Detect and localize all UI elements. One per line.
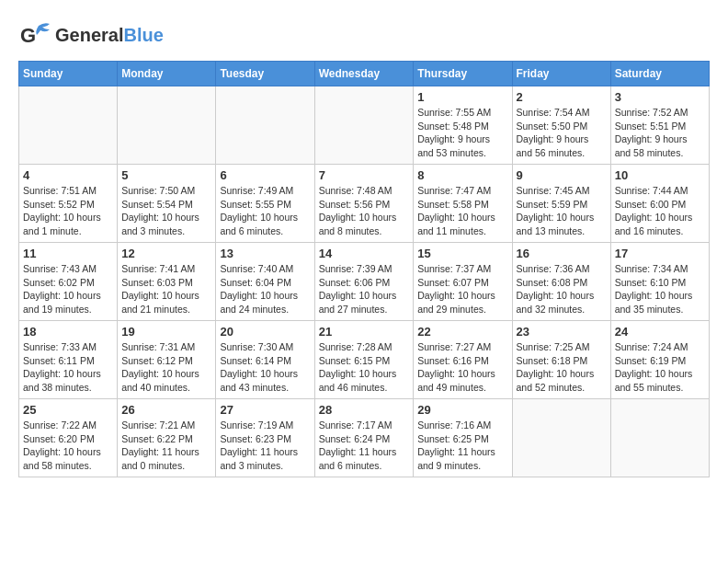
day-number: 8: [417, 168, 507, 182]
weekday-header-monday: Monday: [118, 62, 216, 86]
calendar-week-1: 1Sunrise: 7:55 AM Sunset: 5:48 PM Daylig…: [19, 86, 710, 165]
day-number: 3: [615, 90, 705, 104]
day-number: 25: [23, 403, 113, 417]
svg-text:G: G: [20, 24, 36, 47]
calendar-cell: 7Sunrise: 7:48 AM Sunset: 5:56 PM Daylig…: [314, 165, 414, 243]
calendar-cell: 4Sunrise: 7:51 AM Sunset: 5:52 PM Daylig…: [19, 165, 118, 243]
calendar-cell: 25Sunrise: 7:22 AM Sunset: 6:20 PM Dayli…: [19, 399, 118, 477]
calendar-week-3: 11Sunrise: 7:43 AM Sunset: 6:02 PM Dayli…: [19, 243, 710, 321]
day-number: 11: [23, 247, 113, 260]
calendar-cell: 17Sunrise: 7:34 AM Sunset: 6:10 PM Dayli…: [610, 243, 709, 321]
day-number: 10: [615, 168, 705, 182]
day-info: Sunrise: 7:16 AM Sunset: 6:25 PM Dayligh…: [417, 419, 507, 473]
day-info: Sunrise: 7:21 AM Sunset: 6:22 PM Dayligh…: [121, 419, 211, 473]
weekday-header-saturday: Saturday: [610, 62, 709, 86]
day-info: Sunrise: 7:25 AM Sunset: 6:18 PM Dayligh…: [517, 340, 607, 395]
day-number: 22: [417, 325, 507, 339]
calendar-week-4: 18Sunrise: 7:33 AM Sunset: 6:11 PM Dayli…: [19, 321, 710, 399]
day-info: Sunrise: 7:51 AM Sunset: 5:52 PM Dayligh…: [23, 184, 113, 238]
calendar-cell: 23Sunrise: 7:25 AM Sunset: 6:18 PM Dayli…: [512, 321, 610, 399]
calendar-cell: [610, 399, 709, 477]
day-info: Sunrise: 7:47 AM Sunset: 5:58 PM Dayligh…: [417, 184, 507, 238]
calendar-cell: 18Sunrise: 7:33 AM Sunset: 6:11 PM Dayli…: [19, 321, 118, 399]
calendar-week-5: 25Sunrise: 7:22 AM Sunset: 6:20 PM Dayli…: [19, 399, 710, 477]
calendar-cell: 16Sunrise: 7:36 AM Sunset: 6:08 PM Dayli…: [512, 243, 610, 321]
day-number: 16: [517, 247, 607, 260]
day-number: 5: [121, 168, 211, 182]
calendar-cell: 12Sunrise: 7:41 AM Sunset: 6:03 PM Dayli…: [118, 243, 216, 321]
calendar-cell: 13Sunrise: 7:40 AM Sunset: 6:04 PM Dayli…: [216, 243, 314, 321]
calendar-cell: [314, 86, 414, 165]
day-number: 19: [121, 325, 211, 339]
calendar-cell: [216, 86, 314, 165]
day-info: Sunrise: 7:28 AM Sunset: 6:15 PM Dayligh…: [319, 340, 410, 395]
day-info: Sunrise: 7:37 AM Sunset: 6:07 PM Dayligh…: [417, 262, 507, 316]
calendar-cell: 22Sunrise: 7:27 AM Sunset: 6:16 PM Dayli…: [414, 321, 512, 399]
weekday-header-sunday: Sunday: [19, 62, 118, 86]
day-number: 23: [517, 325, 607, 339]
calendar-cell: 3Sunrise: 7:52 AM Sunset: 5:51 PM Daylig…: [610, 86, 709, 165]
day-info: Sunrise: 7:44 AM Sunset: 6:00 PM Dayligh…: [615, 184, 705, 238]
day-info: Sunrise: 7:45 AM Sunset: 5:59 PM Dayligh…: [517, 184, 607, 238]
weekday-header-thursday: Thursday: [414, 62, 512, 86]
calendar-cell: [512, 399, 610, 477]
day-number: 1: [417, 90, 507, 104]
day-info: Sunrise: 7:40 AM Sunset: 6:04 PM Dayligh…: [220, 262, 310, 316]
day-info: Sunrise: 7:33 AM Sunset: 6:11 PM Dayligh…: [23, 340, 113, 395]
day-info: Sunrise: 7:39 AM Sunset: 6:06 PM Dayligh…: [319, 262, 410, 316]
weekday-header-tuesday: Tuesday: [216, 62, 314, 86]
calendar-cell: 14Sunrise: 7:39 AM Sunset: 6:06 PM Dayli…: [314, 243, 414, 321]
day-number: 26: [121, 403, 211, 417]
day-info: Sunrise: 7:55 AM Sunset: 5:48 PM Dayligh…: [417, 106, 507, 160]
weekday-header-wednesday: Wednesday: [314, 62, 414, 86]
logo: G GeneralBlue: [18, 18, 164, 52]
calendar-cell: 6Sunrise: 7:49 AM Sunset: 5:55 PM Daylig…: [216, 165, 314, 243]
calendar-cell: 1Sunrise: 7:55 AM Sunset: 5:48 PM Daylig…: [414, 86, 512, 165]
day-info: Sunrise: 7:31 AM Sunset: 6:12 PM Dayligh…: [121, 340, 211, 395]
day-number: 6: [220, 168, 310, 182]
calendar-cell: 9Sunrise: 7:45 AM Sunset: 5:59 PM Daylig…: [512, 165, 610, 243]
day-number: 13: [220, 247, 310, 260]
day-number: 12: [121, 247, 211, 260]
logo-general: General: [55, 25, 123, 45]
calendar-table: SundayMondayTuesdayWednesdayThursdayFrid…: [18, 61, 710, 477]
calendar-cell: 2Sunrise: 7:54 AM Sunset: 5:50 PM Daylig…: [512, 86, 610, 165]
day-info: Sunrise: 7:34 AM Sunset: 6:10 PM Dayligh…: [615, 262, 705, 316]
day-info: Sunrise: 7:54 AM Sunset: 5:50 PM Dayligh…: [517, 106, 607, 160]
day-number: 2: [517, 90, 607, 104]
day-info: Sunrise: 7:22 AM Sunset: 6:20 PM Dayligh…: [23, 419, 113, 473]
calendar-cell: 19Sunrise: 7:31 AM Sunset: 6:12 PM Dayli…: [118, 321, 216, 399]
calendar-cell: 27Sunrise: 7:19 AM Sunset: 6:23 PM Dayli…: [216, 399, 314, 477]
day-info: Sunrise: 7:41 AM Sunset: 6:03 PM Dayligh…: [121, 262, 211, 316]
day-number: 14: [319, 247, 410, 260]
day-info: Sunrise: 7:48 AM Sunset: 5:56 PM Dayligh…: [319, 184, 410, 238]
logo-blue: Blue: [123, 25, 163, 45]
day-number: 18: [23, 325, 113, 339]
day-info: Sunrise: 7:30 AM Sunset: 6:14 PM Dayligh…: [220, 340, 310, 395]
calendar-cell: 11Sunrise: 7:43 AM Sunset: 6:02 PM Dayli…: [19, 243, 118, 321]
day-info: Sunrise: 7:49 AM Sunset: 5:55 PM Dayligh…: [220, 184, 310, 238]
calendar-cell: 29Sunrise: 7:16 AM Sunset: 6:25 PM Dayli…: [414, 399, 512, 477]
calendar-cell: [118, 86, 216, 165]
calendar-cell: 15Sunrise: 7:37 AM Sunset: 6:07 PM Dayli…: [414, 243, 512, 321]
day-number: 15: [417, 247, 507, 260]
calendar-cell: 28Sunrise: 7:17 AM Sunset: 6:24 PM Dayli…: [314, 399, 414, 477]
weekday-header-friday: Friday: [512, 62, 610, 86]
logo-icon: G: [18, 18, 51, 52]
day-info: Sunrise: 7:43 AM Sunset: 6:02 PM Dayligh…: [23, 262, 113, 316]
day-info: Sunrise: 7:19 AM Sunset: 6:23 PM Dayligh…: [220, 419, 310, 473]
day-info: Sunrise: 7:17 AM Sunset: 6:24 PM Dayligh…: [319, 419, 410, 473]
day-info: Sunrise: 7:24 AM Sunset: 6:19 PM Dayligh…: [615, 340, 705, 395]
day-number: 20: [220, 325, 310, 339]
calendar-cell: [19, 86, 118, 165]
calendar-cell: 10Sunrise: 7:44 AM Sunset: 6:00 PM Dayli…: [610, 165, 709, 243]
calendar-cell: 20Sunrise: 7:30 AM Sunset: 6:14 PM Dayli…: [216, 321, 314, 399]
day-info: Sunrise: 7:36 AM Sunset: 6:08 PM Dayligh…: [517, 262, 607, 316]
day-number: 21: [319, 325, 410, 339]
day-info: Sunrise: 7:27 AM Sunset: 6:16 PM Dayligh…: [417, 340, 507, 395]
day-number: 17: [615, 247, 705, 260]
calendar-cell: 5Sunrise: 7:50 AM Sunset: 5:54 PM Daylig…: [118, 165, 216, 243]
day-number: 4: [23, 168, 113, 182]
calendar-week-2: 4Sunrise: 7:51 AM Sunset: 5:52 PM Daylig…: [19, 165, 710, 243]
weekday-header-row: SundayMondayTuesdayWednesdayThursdayFrid…: [19, 62, 710, 86]
